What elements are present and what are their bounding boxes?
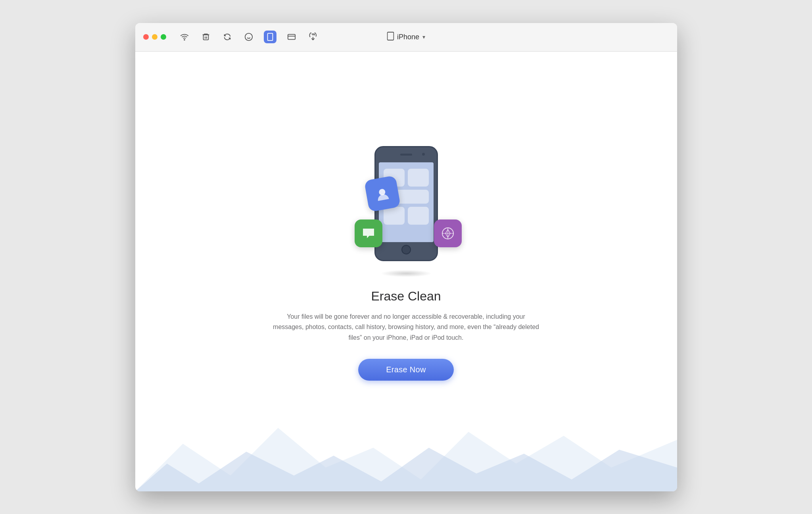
phone-home-button (401, 245, 411, 254)
phone-shadow (380, 270, 432, 277)
svg-point-0 (184, 39, 185, 40)
mountains-decoration (135, 412, 677, 491)
erase-icon[interactable] (264, 31, 276, 43)
toolbar (178, 31, 319, 43)
erase-title: Erase Clean (371, 289, 441, 304)
phone-camera (422, 153, 425, 156)
chevron-down-icon: ▾ (422, 34, 425, 40)
safari-icon (434, 219, 462, 247)
backup-icon[interactable] (307, 31, 319, 43)
clean-icon[interactable] (200, 31, 212, 43)
wifi-transfer-icon[interactable] (178, 31, 191, 43)
phone-speaker (400, 154, 412, 156)
app-window: iPhone ▾ (135, 23, 677, 491)
recover-icon[interactable] (221, 31, 234, 43)
main-content: Erase Clean Your files will be gone fore… (135, 52, 677, 491)
erase-description: Your files will be gone forever and no l… (271, 312, 541, 343)
maximize-button[interactable] (161, 34, 166, 40)
device-selector[interactable]: iPhone ▾ (387, 32, 425, 42)
traffic-lights (143, 34, 166, 40)
titlebar: iPhone ▾ (135, 23, 677, 52)
svg-rect-9 (288, 35, 295, 40)
messages-icon (355, 219, 382, 247)
app-tile (408, 169, 429, 187)
svg-rect-1 (203, 35, 208, 40)
minimize-button[interactable] (152, 34, 157, 40)
transfer-icon[interactable] (285, 31, 298, 43)
device-name: iPhone (397, 33, 419, 41)
phone-illustration (347, 146, 466, 273)
close-button[interactable] (143, 34, 149, 40)
svg-point-4 (245, 33, 252, 40)
app-tile (408, 207, 429, 225)
toolkit-icon[interactable] (242, 31, 255, 43)
app-tile (384, 207, 405, 225)
device-icon (387, 32, 394, 42)
contacts-icon (364, 175, 401, 212)
erase-now-button[interactable]: Erase Now (358, 359, 454, 381)
